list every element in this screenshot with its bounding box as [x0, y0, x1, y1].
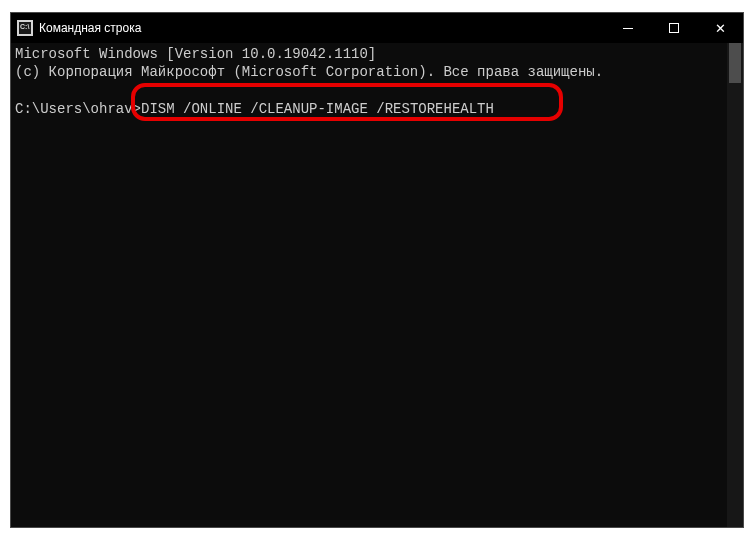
close-button[interactable]: ✕ — [697, 13, 743, 43]
maximize-button[interactable] — [651, 13, 697, 43]
prompt-text: C:\Users\ohrav> — [15, 101, 141, 117]
close-icon: ✕ — [715, 22, 726, 35]
terminal-body[interactable]: Microsoft Windows [Version 10.0.19042.11… — [11, 43, 743, 527]
maximize-icon — [669, 23, 679, 33]
command-prompt-window: C:\ Командная строка ✕ Microsoft Windows… — [10, 12, 744, 528]
cmd-icon-text: C:\ — [20, 23, 29, 30]
command-text: DISM /ONLINE /CLEANUP-IMAGE /RESTOREHEAL… — [141, 101, 494, 117]
terminal-output: Microsoft Windows [Version 10.0.19042.11… — [11, 43, 743, 120]
copyright-line: (c) Корпорация Майкрософт (Microsoft Cor… — [15, 64, 603, 80]
version-line: Microsoft Windows [Version 10.0.19042.11… — [15, 46, 376, 62]
window-title: Командная строка — [39, 21, 605, 35]
cmd-icon: C:\ — [17, 20, 33, 36]
scrollbar-thumb[interactable] — [729, 43, 741, 83]
titlebar[interactable]: C:\ Командная строка ✕ — [11, 13, 743, 43]
window-controls: ✕ — [605, 13, 743, 43]
minimize-icon — [623, 28, 633, 29]
vertical-scrollbar[interactable] — [727, 43, 743, 527]
minimize-button[interactable] — [605, 13, 651, 43]
